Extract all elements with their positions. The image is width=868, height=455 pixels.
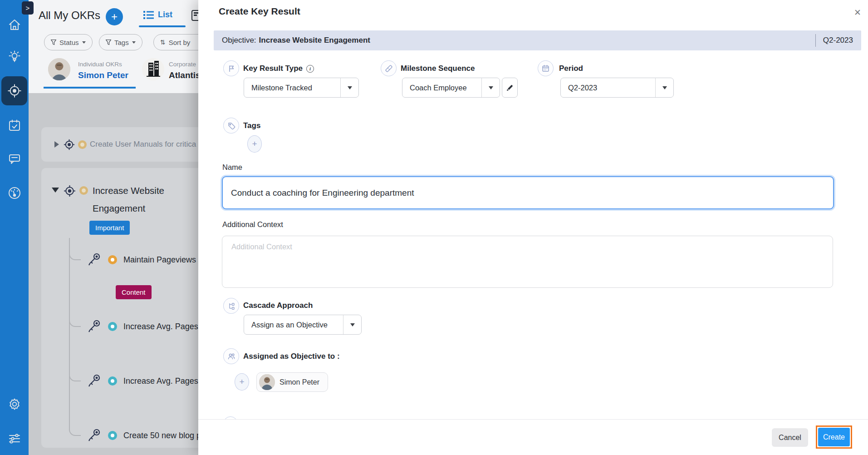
chevron-down-icon: [655, 78, 673, 97]
tab-board-view-partial-icon[interactable]: [191, 10, 198, 21]
active-tab-underline: [139, 25, 186, 27]
objective-target-icon: [63, 184, 77, 198]
key-result-label[interactable]: Maintain Pageviews p: [123, 255, 198, 265]
key-result-type-label: Key Result Type i: [243, 64, 314, 73]
close-icon[interactable]: ✕: [852, 6, 863, 18]
sidebar-item-ideas[interactable]: [0, 44, 29, 69]
profile-tab-simon-peter[interactable]: Simon Peter: [78, 70, 128, 80]
objective-name: Increase Website Engagement: [259, 36, 370, 45]
objective-tag[interactable]: Important: [89, 221, 130, 235]
chevron-down-icon: [82, 41, 86, 44]
sidebar-item-preferences[interactable]: [0, 426, 29, 451]
period-label: Period: [559, 64, 583, 73]
tree-elbow: [69, 314, 81, 327]
objective-context-bar: Objective: Increase Website Engagement Q…: [214, 30, 861, 50]
filter-icon: [106, 40, 111, 45]
key-result-row[interactable]: Increase Avg. Pages p: [87, 319, 198, 334]
sort-by-button[interactable]: ⇅ Sort by: [153, 34, 198, 50]
additional-context-textarea[interactable]: [222, 236, 833, 288]
chevron-down-icon: [340, 78, 358, 97]
chevron-right-icon: >: [26, 4, 30, 12]
company-logo[interactable]: [142, 58, 164, 80]
flag-icon: [223, 60, 239, 76]
divider: [815, 34, 816, 47]
tab-list-view[interactable]: List: [143, 10, 172, 20]
home-icon: [8, 18, 21, 32]
gauge-icon: [7, 186, 22, 200]
milestone-sequence-label: Milestone Sequence: [401, 64, 475, 73]
key-result-label[interactable]: Increase Avg. Pages p: [123, 322, 198, 331]
plus-icon: +: [239, 377, 244, 387]
key-result-tag[interactable]: Content: [116, 285, 152, 299]
sliders-icon: [8, 432, 21, 445]
period-dropdown[interactable]: Q2-2023: [560, 78, 674, 98]
okr-target-icon: [7, 83, 22, 99]
expand-arrow-icon[interactable]: [54, 141, 59, 148]
key-result-label[interactable]: Increase Avg. Pages p: [123, 376, 198, 386]
status-dot: [78, 140, 87, 149]
additional-context-label: Additional Context: [222, 220, 283, 229]
avatar[interactable]: [48, 58, 70, 80]
chevron-down-icon: [481, 78, 500, 97]
assignee-chip[interactable]: Simon Peter: [256, 372, 328, 392]
chat-icon: [8, 152, 21, 166]
info-icon[interactable]: i: [306, 65, 314, 73]
gear-icon: [7, 397, 22, 411]
sidebar-item-home[interactable]: [0, 12, 29, 38]
key-icon: [87, 428, 102, 443]
cascade-approach-label: Cascade Approach: [243, 301, 313, 310]
status-dot: [108, 255, 117, 264]
status-dot: [108, 376, 117, 386]
tree-elbow: [69, 423, 81, 436]
idea-bulb-icon: [7, 49, 22, 64]
objective-target-icon: [63, 138, 76, 151]
status-dot: [108, 431, 117, 440]
tree-connector: [69, 238, 70, 430]
chevron-down-icon: [343, 315, 361, 334]
key-result-row[interactable]: Increase Avg. Pages p: [87, 374, 198, 388]
status-filter-label: Status: [59, 39, 79, 46]
assignee-name: Simon Peter: [280, 378, 319, 386]
chevron-down-icon: [132, 41, 136, 44]
add-tag-button[interactable]: +: [247, 135, 262, 153]
objective-label[interactable]: Increase Website Engagement: [93, 182, 198, 217]
sidebar-expand-button[interactable]: >: [22, 1, 34, 15]
status-dot: [108, 322, 117, 331]
add-okr-button[interactable]: +: [106, 8, 123, 25]
collapse-arrow-icon[interactable]: [52, 188, 59, 193]
key-result-row[interactable]: Create 50 new blog p: [87, 428, 198, 443]
sidebar-item-settings[interactable]: [0, 391, 29, 417]
plus-icon: +: [252, 139, 257, 149]
pencil-icon: [506, 84, 514, 92]
users-icon: [223, 348, 239, 364]
key-icon: [87, 374, 102, 388]
edit-sequence-button[interactable]: [502, 78, 518, 98]
tree-elbow: [69, 247, 81, 260]
objective-prefix: Objective:: [222, 36, 256, 45]
key-icon: [87, 319, 102, 334]
key-result-label[interactable]: Create 50 new blog p: [123, 431, 198, 440]
drawer-footer: Cancel Create: [198, 419, 868, 455]
sidebar-item-conversations[interactable]: [0, 146, 29, 172]
ruler-icon: [381, 60, 397, 76]
drawer-title: Create Key Result: [219, 6, 300, 17]
sidebar-item-okrs[interactable]: [0, 78, 29, 104]
status-filter-button[interactable]: Status: [44, 34, 93, 50]
profile-tab-atlantis[interactable]: Atlantis: [169, 70, 198, 80]
sidebar-item-tasks[interactable]: [0, 113, 29, 138]
objective-label[interactable]: Create User Manuals for critica: [90, 140, 196, 149]
key-result-row[interactable]: Maintain Pageviews p: [87, 252, 198, 267]
name-input[interactable]: [222, 176, 834, 209]
milestone-sequence-dropdown[interactable]: Coach Employee: [402, 78, 500, 98]
key-result-type-dropdown[interactable]: Milestone Tracked: [244, 78, 359, 98]
cancel-button[interactable]: Cancel: [772, 428, 808, 447]
status-dot: [79, 186, 88, 195]
sidebar-item-dashboard[interactable]: [0, 180, 29, 206]
page-title: All My OKRs: [39, 9, 100, 22]
cascade-approach-dropdown[interactable]: Assign as an Objective: [244, 315, 362, 335]
create-key-result-drawer: Create Key Result ✕ Objective: Increase …: [198, 0, 868, 455]
add-assignee-button[interactable]: +: [235, 373, 249, 391]
tags-filter-button[interactable]: Tags: [99, 34, 142, 50]
profile-type-label: Corporate: [169, 61, 196, 68]
create-button[interactable]: Create: [818, 428, 850, 446]
